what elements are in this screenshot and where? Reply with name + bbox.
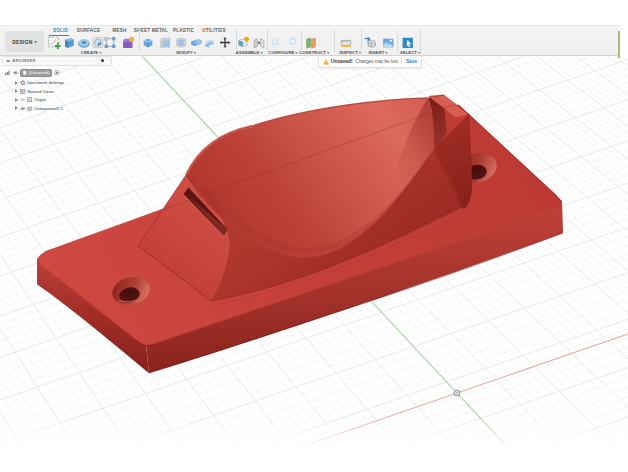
warning-icon [323, 59, 329, 65]
notification-message: Changes may be lost [356, 59, 398, 64]
group-label-select[interactable]: SELECT ▾ [400, 50, 420, 55]
save-button[interactable]: Save [406, 59, 417, 64]
panel-edge-accent [618, 31, 620, 58]
browser-item-document-settings[interactable]: Document Settings [2, 79, 112, 88]
toolbar-separator [267, 30, 268, 52]
browser-panel: ◂◂ BROWSER (Unsaved) Document Settings [2, 56, 112, 113]
browser-item-component1[interactable]: Component1:1 [2, 104, 112, 113]
offset-face-icon[interactable] [204, 36, 217, 49]
construct-plane-icon[interactable] [305, 36, 318, 49]
expand-arrow-icon[interactable] [15, 89, 18, 93]
expand-arrow-icon[interactable] [15, 98, 18, 102]
combine-icon[interactable] [190, 36, 203, 49]
toolbar-separator [301, 30, 302, 52]
revolve-icon[interactable] [78, 36, 91, 49]
origin-axes-icon [27, 97, 32, 102]
configuration-icon[interactable] [285, 36, 298, 49]
expand-arrow-icon[interactable] [15, 106, 18, 110]
workspace-switcher-label: DESIGN [12, 39, 32, 45]
toolbar-separator [139, 30, 140, 52]
activate-radio-icon[interactable] [54, 70, 59, 75]
origin-marker[interactable] [454, 390, 460, 396]
toolbar-separator [397, 30, 398, 52]
configure-table-icon[interactable] [269, 36, 282, 49]
browser-item-label: Component1:1 [34, 106, 63, 111]
chevron-down-icon: ▾ [35, 39, 37, 44]
browser-item-named-views[interactable]: Named Views [2, 87, 112, 96]
shell-icon[interactable] [175, 36, 188, 49]
document-name: (Unsaved) [29, 70, 49, 75]
sketch-pattern-icon[interactable] [104, 36, 117, 49]
named-views-icon [20, 89, 25, 94]
browser-item-label: Document Settings [27, 80, 64, 85]
browser-root-selected[interactable]: (Unsaved) [20, 69, 52, 77]
tab-plastic[interactable]: PLASTIC [173, 28, 194, 33]
insert-derive-icon[interactable] [364, 36, 377, 49]
select-icon[interactable] [402, 36, 415, 49]
browser-root-row[interactable]: (Unsaved) [2, 68, 112, 77]
expand-arrow-icon[interactable] [15, 81, 18, 85]
browser-item-label: Origin [34, 97, 46, 102]
browser-item-label: Named Views [27, 89, 54, 94]
browser-item-origin[interactable]: Origin [2, 96, 112, 105]
gear-icon [20, 80, 25, 85]
component-icon [27, 106, 32, 111]
tab-utilities[interactable]: UTILITIES [202, 28, 226, 33]
group-label-configure[interactable]: CONFIGURE ▾ [269, 50, 298, 55]
chart-bars-icon [5, 70, 10, 75]
measure-icon[interactable] [340, 36, 353, 49]
document-icon [22, 70, 27, 76]
workspace-switcher[interactable]: DESIGN ▾ [5, 31, 44, 52]
group-label-modify[interactable]: MODIFY ▾ [176, 50, 196, 55]
joint-icon[interactable] [253, 36, 266, 49]
toolbar-separator [420, 30, 421, 52]
toolbar-separator [334, 30, 335, 52]
notification-divider [401, 58, 402, 65]
group-label-assemble[interactable]: ASSEMBLE ▾ [236, 50, 263, 55]
panel-options-icon[interactable] [101, 59, 104, 62]
group-label-create[interactable]: CREATE ▾ [81, 50, 101, 55]
toolbar-separator [361, 30, 362, 52]
hole-icon[interactable] [91, 36, 104, 49]
tab-mesh[interactable]: MESH [112, 28, 126, 33]
form-icon[interactable] [122, 36, 135, 49]
move-icon[interactable] [219, 36, 232, 49]
extrude-icon[interactable] [63, 36, 76, 49]
collapse-panel-icon[interactable]: ◂◂ [6, 58, 9, 63]
toolbar: DESIGN ▾ SOLID SURFACE MESH SHEET METAL … [0, 25, 619, 56]
fillet-icon[interactable] [159, 36, 172, 49]
group-label-insert[interactable]: INSERT ▾ [369, 50, 388, 55]
tab-solid[interactable]: SOLID [53, 28, 68, 33]
insert-image-icon[interactable] [382, 36, 395, 49]
browser-title: BROWSER [13, 58, 101, 63]
group-label-construct[interactable]: CONSTRUCT ▾ [299, 50, 329, 55]
unsaved-notification: Unsaved! Changes may be lost Save [318, 56, 422, 68]
notification-title: Unsaved! [331, 59, 353, 64]
tab-surface[interactable]: SURFACE [77, 28, 100, 33]
group-label-inspect[interactable]: INSPECT ▾ [339, 50, 361, 55]
toolbar-separator [236, 30, 237, 52]
eye-icon[interactable] [13, 70, 18, 75]
new-component-icon[interactable] [237, 36, 250, 49]
press-pull-icon[interactable] [142, 36, 155, 49]
create-sketch-icon[interactable] [48, 36, 61, 49]
right-edge-strip [621, 0, 628, 58]
browser-header[interactable]: ◂◂ BROWSER [2, 56, 112, 66]
eye-icon[interactable] [20, 106, 25, 111]
eye-icon[interactable] [20, 97, 25, 102]
